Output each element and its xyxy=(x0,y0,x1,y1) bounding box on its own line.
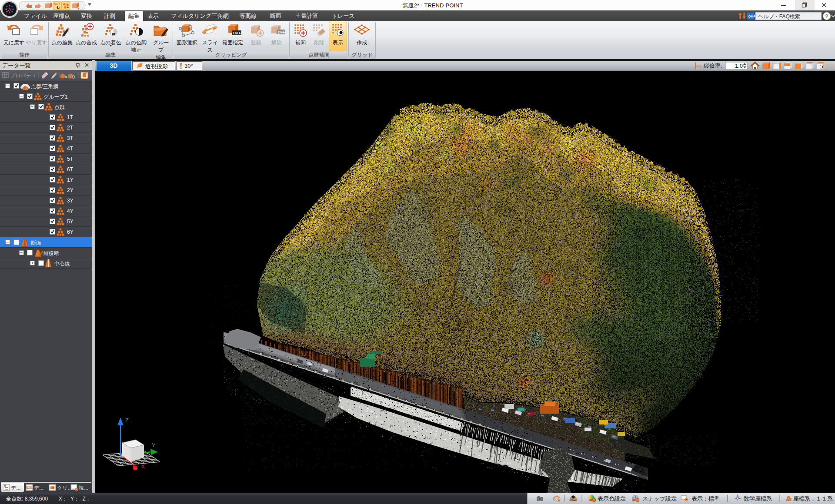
svg-text:クリ...: クリ... xyxy=(57,485,72,491)
svg-text:+: + xyxy=(77,7,80,11)
svg-text:プロパティ: プロパティ xyxy=(10,73,37,79)
svg-text:表示：標準: 表示：標準 xyxy=(691,495,720,502)
svg-text:×n: ×n xyxy=(697,64,701,68)
svg-text:?: ? xyxy=(825,13,828,20)
svg-text:数学座標系: 数学座標系 xyxy=(743,495,772,502)
svg-text:表示色設定: 表示色設定 xyxy=(598,495,626,502)
svg-text:No.1: No.1 xyxy=(54,3,60,6)
svg-text:スナップ設定: スナップ設定 xyxy=(642,495,677,502)
svg-text:DATA: DATA xyxy=(27,487,33,489)
svg-text:縦倍率:: 縦倍率: xyxy=(703,63,722,69)
svg-text:OFF: OFF xyxy=(278,30,285,34)
svg-text:座標系：１１系: 座標系：１１系 xyxy=(793,495,833,502)
svg-text:AUTO: AUTO xyxy=(571,499,577,501)
svg-text:Q&A: Q&A xyxy=(748,14,756,18)
svg-text:視...: 視... xyxy=(78,485,88,491)
svg-text:デ...: デ... xyxy=(11,485,20,491)
svg-text:1.0: 1.0 xyxy=(735,63,743,69)
svg-text:デ...: デ... xyxy=(34,485,43,491)
svg-text:ヘルプ・FAQ検索: ヘルプ・FAQ検索 xyxy=(758,13,800,20)
svg-text:DATA: DATA xyxy=(233,31,241,35)
